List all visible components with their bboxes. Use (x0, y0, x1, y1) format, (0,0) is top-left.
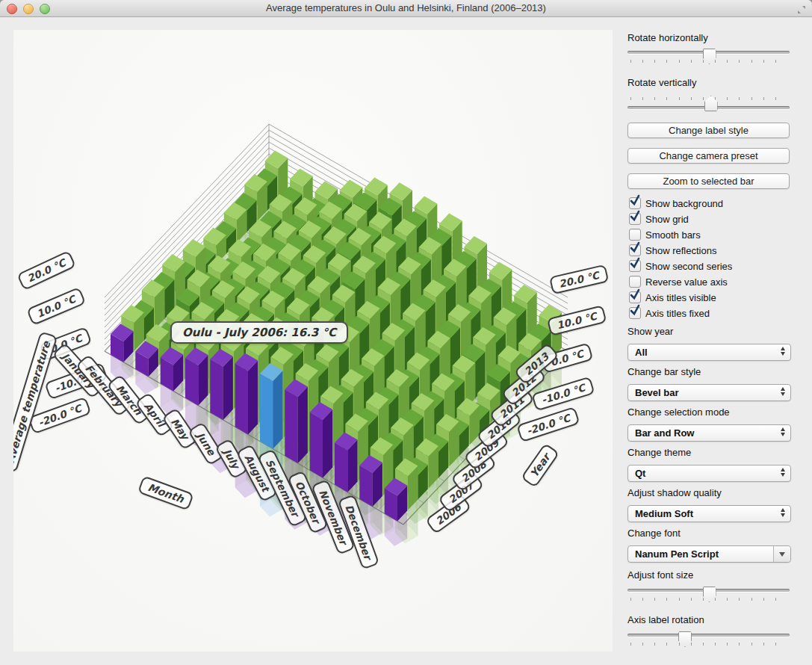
checkbox-show-background[interactable]: Show background (629, 197, 723, 210)
slider-label-rotate-vertically: Rotate vertically (627, 77, 696, 88)
adjust-font-size-label: Adjust font size (627, 569, 693, 581)
checkbox-label: Show reflections (645, 245, 716, 256)
checkbox-label: Smooth bars (645, 229, 701, 241)
slider-ticks (630, 643, 787, 646)
checkbox-show-reflections[interactable]: Show reflections (629, 244, 716, 257)
checkbox-show-grid[interactable]: Show grid (629, 212, 689, 226)
checkbox-reverse-value-axis[interactable]: Reverse value axis (629, 275, 728, 288)
change-font-label: Change font (627, 528, 681, 539)
checkbox-box[interactable] (629, 213, 641, 225)
updown-arrows-icon (781, 468, 785, 477)
updown-arrows-icon (781, 427, 785, 436)
checkbox-box[interactable] (629, 276, 641, 288)
app-window: Average temperatures in Oulu and Helsink… (0, 0, 812, 665)
rotate-vertical-slider[interactable] (627, 94, 790, 111)
checkbox-label: Show grid (645, 214, 689, 225)
font-size-slider[interactable] (627, 587, 790, 604)
checkbox-box[interactable] (629, 291, 641, 303)
select-value: Bevel bar (635, 387, 679, 398)
chart-3d-view[interactable]: 20.0 °C10.0 °C0.0 °C-10.0 °C-20.0 °C20.0… (13, 30, 613, 652)
updown-arrows-icon (781, 387, 785, 396)
selection-mode-select[interactable]: Bar and Row (627, 424, 791, 442)
updown-arrows-icon (781, 508, 785, 517)
change-selection-mode-label: Change selection mode (627, 406, 730, 418)
shadow-quality-select[interactable]: Medium Soft (627, 505, 791, 522)
control-panel: Rotate horizontally Rotate vertically Ch… (627, 16, 790, 665)
checkbox-label: Show second series (645, 261, 732, 272)
change-label-style-button[interactable]: Change label style (627, 123, 790, 138)
checkbox-box[interactable] (629, 244, 641, 256)
window-title: Average temperatures in Oulu and Helsink… (0, 2, 812, 13)
titlebar[interactable]: Average temperatures in Oulu and Helsink… (0, 0, 812, 17)
zoom-to-selected-bar-button[interactable]: Zoom to selected bar (627, 173, 790, 189)
bar-graph-scene (13, 30, 613, 652)
show-year-label: Show year (627, 326, 673, 337)
bars (111, 150, 562, 521)
combo-value: Nanum Pen Script (635, 548, 719, 560)
checkbox-label: Axis titles fixed (645, 308, 710, 319)
checkbox-label: Axis titles visible (645, 292, 716, 303)
axis-label-rotation-slider[interactable] (627, 632, 790, 649)
change-theme-label: Change theme (627, 447, 691, 458)
axis-label-rotation-label: Axis label rotation (627, 614, 704, 625)
checkbox-label: Show background (645, 198, 723, 209)
checkbox-label: Reverse value axis (645, 276, 728, 288)
slider-label-rotate-horizontally: Rotate horizontally (627, 32, 708, 43)
font-combo[interactable]: Nanum Pen Script (627, 545, 791, 563)
checkbox-show-second-series[interactable]: Show second series (629, 259, 732, 273)
checkbox-box[interactable] (629, 229, 641, 241)
change-bar-style-label: Change bar style (627, 366, 701, 377)
checkbox-box[interactable] (629, 197, 641, 209)
fullscreen-icon[interactable] (797, 4, 806, 13)
rotate-horizontal-slider[interactable] (627, 49, 790, 66)
select-value: Qt (635, 468, 645, 479)
select-value: All (635, 347, 648, 358)
checkbox-box[interactable] (629, 260, 641, 272)
bar-style-select[interactable]: Bevel bar (627, 384, 791, 401)
slider-groove (627, 634, 790, 637)
show-year-select[interactable]: All (627, 344, 791, 361)
select-value: Bar and Row (635, 427, 694, 439)
dropdown-arrow-icon[interactable] (773, 546, 790, 562)
updown-arrows-icon (781, 347, 785, 356)
checkbox-axis-titles-visible[interactable]: Axis titles visible (629, 291, 716, 304)
theme-select[interactable]: Qt (627, 465, 791, 482)
change-camera-preset-button[interactable]: Change camera preset (627, 148, 790, 164)
adjust-shadow-quality-label: Adjust shadow quality (627, 487, 722, 498)
checkbox-axis-titles-fixed[interactable]: Axis titles fixed (629, 306, 710, 320)
checkbox-smooth-bars[interactable]: Smooth bars (629, 228, 701, 241)
select-value: Medium Soft (635, 508, 693, 519)
checkbox-box[interactable] (629, 307, 641, 319)
